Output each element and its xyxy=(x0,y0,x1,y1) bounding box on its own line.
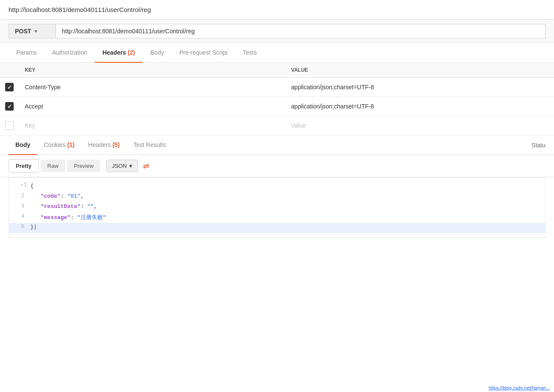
url-bar: http://localhost:8081/demo040111/userCon… xyxy=(0,0,554,20)
row2-checkbox[interactable]: ✓ xyxy=(5,102,14,111)
code-line-4: 4 "message": "注册失败" xyxy=(9,213,545,223)
resp-tab-headers[interactable]: Headers (5) xyxy=(82,135,127,155)
col-key-header: KEY xyxy=(19,63,285,78)
resp-tab-cookies[interactable]: Cookies (1) xyxy=(37,135,82,155)
row1-key[interactable]: Content-Type xyxy=(19,79,285,96)
line-num-4: 4 xyxy=(9,213,30,219)
line-content-5: }| xyxy=(30,223,37,230)
tab-body[interactable]: Body xyxy=(143,43,172,63)
row3-checkbox-wrap[interactable] xyxy=(0,116,19,135)
request-tabs: Params Authorization Headers (2) Body Pr… xyxy=(0,43,554,63)
json-chevron-icon: ▾ xyxy=(129,163,132,169)
line-content-4: "message": "注册失败" xyxy=(30,213,106,221)
tab-authorization[interactable]: Authorization xyxy=(44,43,95,63)
line-content-3: "resultData": "", xyxy=(30,202,97,210)
row1-checkmark-icon: ✓ xyxy=(7,84,12,91)
pretty-button[interactable]: Pretty xyxy=(9,159,39,173)
code-line-3: 3 "resultData": "", xyxy=(9,202,545,213)
headers-badge: (2) xyxy=(126,49,135,56)
line-num-5: 5 xyxy=(9,223,30,230)
method-select[interactable]: POST ▾ xyxy=(9,24,55,38)
status-label: Statu xyxy=(531,136,545,155)
row1-checkbox[interactable]: ✓ xyxy=(5,83,14,91)
line-num-3: 3 xyxy=(9,202,30,209)
format-bar: Pretty Raw Preview JSON ▾ ⇌ xyxy=(0,155,554,177)
line-content-2: "code": "01", xyxy=(30,192,84,199)
response-section: Body Cookies (1) Headers (5) Test Result… xyxy=(0,135,554,238)
url-input[interactable] xyxy=(55,24,545,38)
row2-key[interactable]: Accept xyxy=(19,98,285,115)
row1-checkbox-wrap[interactable]: ✓ xyxy=(0,78,19,97)
method-label: POST xyxy=(15,28,31,35)
table-row: ✓ Content-Type application/json;charset=… xyxy=(0,78,554,97)
tab-params[interactable]: Params xyxy=(9,43,44,63)
response-tabs: Body Cookies (1) Headers (5) Test Result… xyxy=(0,135,554,155)
raw-button[interactable]: Raw xyxy=(41,160,65,172)
page-url: http://localhost:8081/demo040111/userCon… xyxy=(9,6,151,13)
preview-button[interactable]: Preview xyxy=(67,160,100,172)
request-row: POST ▾ xyxy=(0,20,554,43)
row2-checkmark-icon: ✓ xyxy=(7,103,12,110)
method-chevron-icon: ▾ xyxy=(35,29,37,34)
resp-tab-body[interactable]: Body xyxy=(9,135,37,155)
line-num-2: 2 xyxy=(9,192,30,199)
tab-pre-request-script[interactable]: Pre-request Script xyxy=(172,43,235,63)
fold-arrow-icon[interactable]: ▾ xyxy=(20,183,23,187)
tab-tests[interactable]: Tests xyxy=(235,43,265,63)
code-line-2: 2 "code": "01", xyxy=(9,192,545,202)
row3-key-placeholder[interactable]: Key xyxy=(19,117,285,134)
wrap-icon[interactable]: ⇌ xyxy=(143,161,149,171)
row3-value-placeholder[interactable]: Value xyxy=(285,117,554,134)
row1-value[interactable]: application/json;charset=UTF-8 xyxy=(285,79,554,96)
cookies-badge: (1) xyxy=(66,141,75,148)
resp-headers-badge: (5) xyxy=(111,141,120,148)
line-num-1: ▾ 1 xyxy=(9,182,30,188)
row2-checkbox-wrap[interactable]: ✓ xyxy=(0,97,19,116)
code-line-5: 5 }| xyxy=(9,223,545,233)
row2-value[interactable]: application/json;charset=UTF-8 xyxy=(285,98,554,115)
code-area: ▾ 1 { 2 "code": "01", 3 "resultData": ""… xyxy=(9,177,545,238)
row3-checkbox-empty[interactable] xyxy=(5,121,14,130)
headers-table: KEY VALUE ✓ Content-Type application/jso… xyxy=(0,63,554,135)
table-row: Key Value xyxy=(0,116,554,135)
code-line-1: ▾ 1 { xyxy=(9,182,545,192)
json-type-select[interactable]: JSON ▾ xyxy=(106,160,138,172)
json-label: JSON xyxy=(112,163,127,169)
table-row: ✓ Accept application/json;charset=UTF-8 xyxy=(0,97,554,116)
resp-tab-test-results[interactable]: Test Results xyxy=(127,135,173,155)
col-check-header xyxy=(0,63,19,78)
tab-headers[interactable]: Headers (2) xyxy=(95,43,143,63)
line-content-1: { xyxy=(30,182,34,189)
col-value-header: VALUE xyxy=(285,63,554,78)
